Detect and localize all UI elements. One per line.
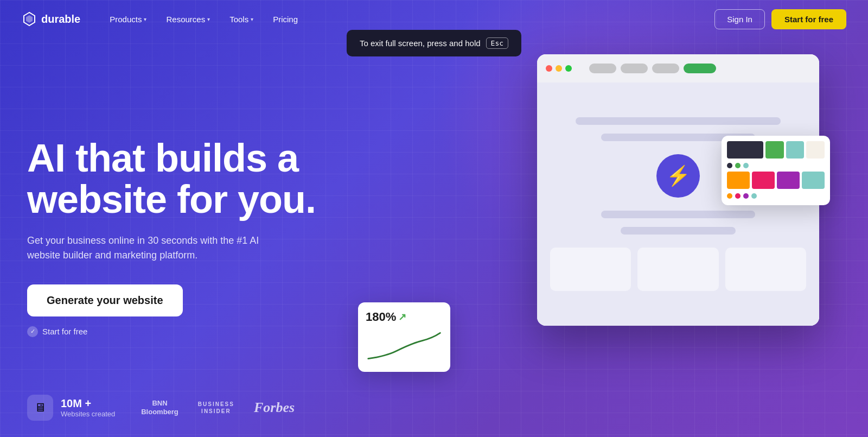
ctrl-pill-3 (652, 64, 679, 73)
palette-row-2 (727, 172, 825, 189)
swatch-pink (752, 172, 775, 189)
dot-red (546, 65, 552, 72)
start-free-text: Start for free (42, 327, 87, 336)
esc-key-badge: Esc (486, 37, 508, 49)
content-card-1 (550, 248, 631, 291)
stat-websites: 🖥 10M + Websites created (27, 395, 115, 421)
palette-row-1 (727, 141, 825, 159)
growth-value: 180% (366, 310, 396, 324)
swatch-purple (777, 172, 800, 189)
palette-dots-1 (727, 162, 825, 169)
swatch-green (765, 141, 784, 159)
growth-card: 180% ↗ (358, 302, 450, 372)
chevron-down-icon: ▾ (144, 16, 146, 22)
nav-tools[interactable]: Tools ▾ (222, 10, 261, 28)
content-card-3 (725, 248, 806, 291)
palette-dot-green (735, 163, 741, 168)
content-line-1 (576, 117, 781, 125)
palette-dot-pink (735, 193, 741, 199)
press-bnn: BNNBloomberg (141, 399, 178, 416)
nav-pricing[interactable]: Pricing (265, 10, 305, 28)
growth-stat: 180% ↗ (366, 310, 443, 324)
browser-dots (546, 65, 572, 72)
monitor-icon: 🖥 (27, 395, 53, 421)
ctrl-pill-1 (589, 64, 616, 73)
browser-bar (537, 54, 819, 83)
palette-dots-2 (727, 192, 825, 200)
dot-green (565, 65, 572, 72)
press-forbes: Forbes (254, 400, 295, 416)
nav-actions: Sign In Start for free (714, 9, 846, 29)
growth-arrow-icon: ↗ (398, 311, 406, 323)
toast-message: To exit full screen, press and hold (360, 39, 481, 48)
logo-icon (22, 11, 37, 27)
check-circle-icon: ✓ (27, 326, 38, 337)
nav-links: Products ▾ Resources ▾ Tools ▾ Pricing (102, 10, 714, 28)
websites-number: 10M + (61, 397, 115, 410)
hero-left: AI that builds a website for you. Get yo… (27, 138, 342, 337)
swatch-teal (786, 141, 805, 159)
hero-section: AI that builds a website for you. Get yo… (0, 38, 868, 437)
swatch-orange (727, 172, 750, 189)
palette-dot-mint (751, 193, 757, 199)
dot-yellow (556, 65, 562, 72)
hero-subtitle: Get your business online in 30 seconds w… (27, 233, 266, 263)
nav-products[interactable]: Products ▾ (102, 10, 154, 28)
palette-dot-teal (743, 163, 749, 168)
press-logos: BNNBloomberg BUSINESSINSIDER Forbes (141, 399, 295, 416)
swatch-dark (727, 141, 763, 159)
press-business-insider: BUSINESSINSIDER (198, 401, 234, 415)
content-card-2 (637, 248, 718, 291)
hero-right: ⚡ (342, 38, 841, 437)
lightning-icon: ⚡ (656, 154, 700, 198)
palette-card (722, 136, 830, 205)
fullscreen-toast: To exit full screen, press and hold Esc (347, 30, 521, 56)
start-free-button[interactable]: Start for free (771, 9, 846, 29)
nav-resources[interactable]: Resources ▾ (158, 10, 218, 28)
logo[interactable]: durable (22, 11, 80, 27)
stats-bar: 🖥 10M + Websites created BNNBloomberg BU… (27, 395, 295, 421)
hero-title: AI that builds a website for you. (27, 138, 342, 220)
browser-controls (589, 64, 716, 73)
signin-button[interactable]: Sign In (714, 9, 765, 29)
ctrl-pill-2 (621, 64, 648, 73)
palette-dot-dark (727, 163, 732, 168)
chevron-down-icon: ▾ (251, 16, 253, 22)
growth-chart (366, 330, 443, 362)
start-free-label: ✓ Start for free (27, 326, 342, 337)
generate-website-button[interactable]: Generate your website (27, 284, 183, 316)
content-line-4 (621, 227, 736, 235)
palette-dot-purple (743, 193, 749, 199)
chevron-down-icon: ▾ (207, 16, 210, 22)
swatch-cream (806, 141, 825, 159)
brand-name: durable (41, 13, 80, 26)
palette-dot-orange (727, 193, 732, 199)
ctrl-pill-green (684, 64, 716, 73)
websites-label: Websites created (61, 410, 115, 418)
swatch-mint (802, 172, 825, 189)
content-cards (550, 248, 806, 291)
content-line-3 (601, 211, 755, 218)
